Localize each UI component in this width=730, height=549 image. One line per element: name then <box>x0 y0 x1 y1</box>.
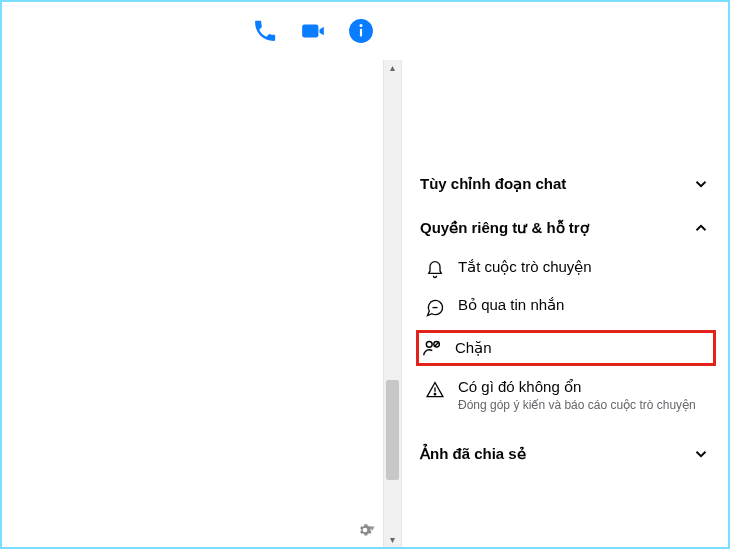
section-label: Ảnh đã chia sẻ <box>420 445 526 463</box>
info-icon[interactable] <box>348 18 374 44</box>
bell-icon <box>424 258 446 280</box>
person-block-icon <box>421 337 443 359</box>
item-block[interactable]: Chặn <box>416 330 716 366</box>
svg-point-4 <box>426 341 432 347</box>
scroll-up-icon[interactable]: ▴ <box>384 62 401 73</box>
scroll-thumb[interactable] <box>386 380 399 480</box>
item-label: Tắt cuộc trò chuyện <box>458 258 706 276</box>
chevron-down-icon <box>692 445 710 463</box>
svg-rect-1 <box>360 29 362 37</box>
scrollbar[interactable]: ▴ ▾ <box>383 60 401 547</box>
chevron-down-icon <box>692 175 710 193</box>
item-label: Bỏ qua tin nhắn <box>458 296 706 314</box>
item-sublabel: Đóng góp ý kiến và báo cáo cuộc trò chuy… <box>458 398 706 414</box>
item-label: Chặn <box>455 339 492 357</box>
section-privacy-support[interactable]: Quyền riêng tư & hỗ trợ <box>420 206 710 250</box>
chat-pane: ▴ ▾ ▾ <box>2 2 402 547</box>
phone-icon[interactable] <box>252 18 278 44</box>
section-label: Tùy chỉnh đoạn chat <box>420 175 566 193</box>
chat-header <box>2 2 402 60</box>
svg-line-6 <box>435 342 439 346</box>
video-icon[interactable] <box>300 18 326 44</box>
item-something-wrong[interactable]: Có gì đó không ổn Đóng góp ý kiến và báo… <box>420 370 710 422</box>
section-shared-photos[interactable]: Ảnh đã chia sẻ <box>420 432 710 476</box>
details-pane: Tùy chỉnh đoạn chat Quyền riêng tư & hỗ … <box>402 2 728 547</box>
chat-minus-icon <box>424 296 446 318</box>
warning-icon <box>424 378 446 400</box>
item-label: Có gì đó không ổn <box>458 378 706 396</box>
scroll-down-icon[interactable]: ▾ <box>384 534 401 545</box>
svg-point-2 <box>359 24 362 27</box>
section-label: Quyền riêng tư & hỗ trợ <box>420 219 589 237</box>
gear-icon[interactable]: ▾ <box>358 523 375 541</box>
section-customize-chat[interactable]: Tùy chỉnh đoạn chat <box>420 162 710 206</box>
item-mute-conversation[interactable]: Tắt cuộc trò chuyện <box>420 250 710 288</box>
chevron-up-icon <box>692 219 710 237</box>
item-ignore-messages[interactable]: Bỏ qua tin nhắn <box>420 288 710 326</box>
chat-scroll-area: ▴ ▾ <box>2 60 402 547</box>
svg-point-8 <box>434 393 436 395</box>
